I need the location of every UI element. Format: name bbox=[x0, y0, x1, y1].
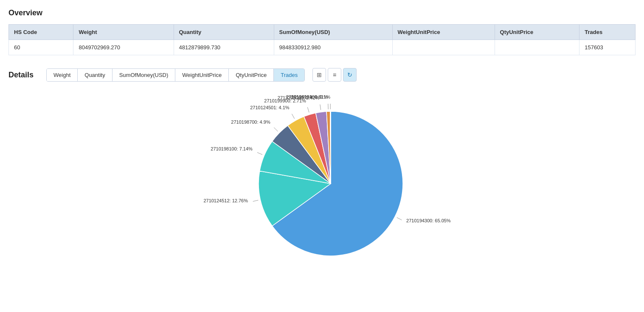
table-cell: 60 bbox=[9, 40, 73, 55]
table-cell: 4812879899.730 bbox=[174, 40, 274, 55]
table-cell: 9848330912.980 bbox=[274, 40, 392, 55]
label-line-2710198700 bbox=[274, 128, 278, 131]
label-line-2710124501 bbox=[292, 114, 294, 119]
chart-area: 2710194300: 65.05%2710124512: 12.76%2710… bbox=[8, 90, 636, 260]
overview-table: HS CodeWeightQuantitySumOfMoney(USD)Weig… bbox=[8, 24, 636, 55]
col-header-hs-code: HS Code bbox=[9, 25, 73, 40]
table-row: 608049702969.2704812879899.7309848330912… bbox=[9, 40, 636, 55]
list-icon[interactable]: ≡ bbox=[328, 68, 341, 82]
label-line-2710124512 bbox=[253, 200, 258, 201]
pie-container: 2710194300: 65.05%2710124512: 12.76%2710… bbox=[174, 90, 471, 260]
table-cell bbox=[392, 40, 495, 55]
tab-weightunitprice[interactable]: WeightUnitPrice bbox=[175, 69, 229, 81]
label-line-2710198100 bbox=[257, 153, 262, 155]
pie-label-2710198700: 2710198700: 4.9% bbox=[231, 119, 270, 125]
col-header-quantity: Quantity bbox=[174, 25, 274, 40]
col-header-trades: Trades bbox=[579, 25, 636, 40]
table-cell: 157603 bbox=[579, 40, 636, 55]
col-header-weight: Weight bbox=[73, 25, 174, 40]
table-cell bbox=[495, 40, 579, 55]
icon-group: ⊞≡↻ bbox=[312, 68, 357, 82]
pie-label-2710192100: 2710192100: 0.1% bbox=[291, 94, 330, 99]
table-cell: 8049702969.270 bbox=[73, 40, 174, 55]
tab-quantity[interactable]: Quantity bbox=[78, 69, 112, 81]
tab-sumofmoney-usd-[interactable]: SumOfMoney(USD) bbox=[112, 69, 176, 81]
pie-label-2710124501: 2710124501: 4.1% bbox=[250, 105, 290, 110]
pie-label-2710198100: 2710198100: 7.14% bbox=[211, 146, 253, 151]
tab-qtyunitprice[interactable]: QtyUnitPrice bbox=[229, 69, 274, 81]
table-icon[interactable]: ⊞ bbox=[312, 68, 326, 82]
pie-chart: 2710194300: 65.05%2710124512: 12.76%2710… bbox=[174, 90, 471, 260]
col-header-sumofmoney-usd-: SumOfMoney(USD) bbox=[274, 25, 392, 40]
tab-trades[interactable]: Trades bbox=[274, 69, 304, 81]
pie-label-2710194300: 2710194300: 65.05% bbox=[406, 218, 451, 223]
refresh-icon[interactable]: ↻ bbox=[343, 68, 357, 82]
col-header-weightunitprice: WeightUnitPrice bbox=[392, 25, 495, 40]
label-line-2713200000 bbox=[320, 105, 321, 110]
label-line-2710199900 bbox=[307, 107, 309, 112]
tab-weight[interactable]: Weight bbox=[47, 69, 78, 81]
col-header-qtyunitprice: QtyUnitPrice bbox=[495, 25, 579, 40]
details-title: Details bbox=[8, 71, 34, 79]
pie-label-2710124512: 2710124512: 12.76% bbox=[203, 198, 248, 203]
overview-title: Overview bbox=[8, 9, 636, 17]
details-tab-group: WeightQuantitySumOfMoney(USD)WeightUnitP… bbox=[46, 68, 305, 82]
label-line-2710194300 bbox=[397, 218, 402, 220]
